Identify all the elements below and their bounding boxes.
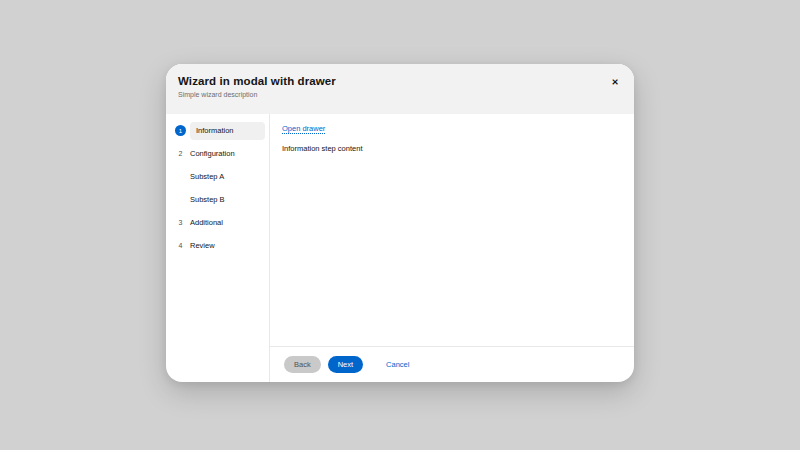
wizard-step-review[interactable]: 4 Review (166, 234, 269, 257)
wizard-step-information[interactable]: 1 Information (166, 119, 269, 142)
wizard-step-nav: 1 Information 2 Configuration Substep A … (166, 114, 270, 382)
close-icon[interactable]: ✕ (608, 75, 622, 89)
wizard-substep-a[interactable]: Substep A (166, 165, 269, 188)
step-number: 3 (175, 219, 186, 226)
step-content-text: Information step content (282, 144, 622, 153)
wizard-step-content: Open drawer Information step content (270, 114, 634, 346)
modal-header: Wizard in modal with drawer Simple wizar… (166, 64, 634, 114)
modal-title: Wizard in modal with drawer (178, 75, 622, 87)
wizard-step-label: Configuration (190, 149, 235, 158)
wizard-modal: Wizard in modal with drawer Simple wizar… (166, 64, 634, 382)
wizard-step-label: Substep A (190, 172, 224, 181)
wizard-step-label: Substep B (190, 195, 225, 204)
back-button[interactable]: Back (284, 356, 321, 373)
wizard-step-additional[interactable]: 3 Additional (166, 211, 269, 234)
wizard-main-panel: Open drawer Information step content Bac… (270, 114, 634, 382)
cancel-button[interactable]: Cancel (386, 360, 409, 369)
step-number: 2 (175, 150, 186, 157)
open-drawer-link[interactable]: Open drawer (282, 124, 325, 133)
wizard-step-configuration[interactable]: 2 Configuration (166, 142, 269, 165)
wizard-step-label: Additional (190, 218, 223, 227)
modal-body: 1 Information 2 Configuration Substep A … (166, 114, 634, 382)
wizard-step-label: Review (190, 241, 215, 250)
modal-description: Simple wizard description (178, 91, 622, 98)
wizard-substep-b[interactable]: Substep B (166, 188, 269, 211)
wizard-footer: Back Next Cancel (270, 346, 634, 382)
wizard-step-label: Information (190, 122, 265, 140)
step-number: 4 (175, 242, 186, 249)
current-step-number-badge: 1 (175, 125, 186, 136)
next-button[interactable]: Next (328, 356, 363, 373)
